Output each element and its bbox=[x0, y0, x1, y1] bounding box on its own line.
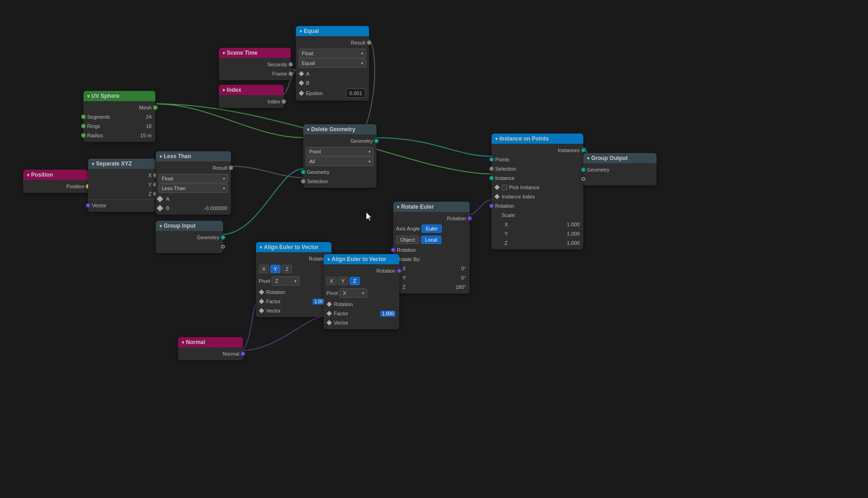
align-euler-1-x-btn[interactable]: X bbox=[259, 265, 269, 273]
align-euler-1-y-btn[interactable]: Y bbox=[270, 265, 281, 273]
less-than-1-b-socket[interactable] bbox=[157, 205, 163, 211]
normal-output-socket[interactable] bbox=[241, 351, 245, 356]
separate-xyz-vector-row: Vector bbox=[88, 201, 155, 210]
less-than-1-header: ▾ Less Than bbox=[156, 151, 231, 161]
rotate-euler-body: Rotation Axis Angle Euler Object Local R… bbox=[393, 212, 470, 294]
delete-geometry-dropdown-2[interactable]: All ▾ bbox=[306, 157, 374, 166]
iop-pick-checkbox[interactable] bbox=[502, 185, 507, 190]
align-euler-1-vector-socket[interactable] bbox=[259, 308, 264, 313]
index-output-socket[interactable] bbox=[281, 99, 286, 104]
scene-time-frame-socket[interactable] bbox=[288, 71, 293, 76]
iop-pick-socket[interactable] bbox=[494, 185, 499, 190]
separate-xyz-vector-socket[interactable] bbox=[86, 203, 90, 208]
delete-geometry-dropdown-1[interactable]: Point ▾ bbox=[306, 147, 374, 156]
equal-result-socket[interactable] bbox=[367, 40, 371, 45]
normal-title: Normal bbox=[186, 339, 205, 345]
rotate-euler-object-btn[interactable]: Object bbox=[396, 236, 419, 244]
rotate-euler-local-btn[interactable]: Local bbox=[421, 236, 441, 244]
iop-scale-label: Scale: bbox=[495, 212, 516, 218]
align-euler-1-rotation-socket[interactable] bbox=[259, 289, 264, 294]
equal-dropdown-1[interactable]: Float ▾ bbox=[299, 49, 366, 58]
equal-b-socket[interactable] bbox=[299, 80, 304, 85]
align-euler-2-y-btn[interactable]: Y bbox=[338, 277, 348, 285]
uv-sphere-mesh-socket[interactable] bbox=[153, 105, 158, 110]
position-output-label: Position bbox=[66, 184, 84, 189]
scene-time-seconds-socket[interactable] bbox=[288, 62, 293, 67]
align-euler-1-factor-socket[interactable] bbox=[259, 299, 264, 304]
align-euler-1-body: Rotation X Y Z Pivot Z ▾ Rotation Factor… bbox=[256, 252, 332, 317]
align-euler-2-z-btn[interactable]: Z bbox=[350, 277, 360, 285]
equal-epsilon-socket[interactable] bbox=[299, 90, 304, 96]
delete-geometry-geom-socket[interactable] bbox=[301, 170, 306, 174]
rotate-euler-rotation-socket[interactable] bbox=[391, 248, 396, 252]
rotate-euler-euler-btn[interactable]: Euler bbox=[421, 224, 442, 233]
less-than-1-result-socket[interactable] bbox=[229, 166, 233, 170]
group-output-small-socket[interactable] bbox=[581, 177, 585, 181]
group-input-header: ▾ Group Input bbox=[156, 221, 223, 231]
equal-header: ▾ Equal bbox=[296, 26, 369, 36]
align-euler-1-z-btn[interactable]: Z bbox=[282, 265, 292, 273]
group-input-small-socket[interactable] bbox=[221, 245, 225, 249]
align-euler-2-vector-label: Vector bbox=[334, 320, 348, 326]
iop-selection-socket[interactable] bbox=[489, 166, 494, 171]
rotate-euler-output-row: Rotation bbox=[393, 214, 470, 223]
delete-geometry-output-socket[interactable] bbox=[374, 139, 379, 143]
less-than-1-dropdown-2[interactable]: Less Than ▾ bbox=[159, 184, 228, 193]
uv-sphere-radius-label: Radius bbox=[87, 133, 103, 138]
group-input-geom-socket[interactable] bbox=[221, 235, 225, 240]
equal-dropdown-2[interactable]: Equal ▾ bbox=[299, 58, 366, 68]
iop-pick-label: Pick Instance bbox=[509, 185, 539, 190]
uv-sphere-radius-socket[interactable] bbox=[81, 133, 86, 138]
align-euler-2-vector-socket[interactable] bbox=[326, 320, 332, 325]
scene-time-title: Scene Time bbox=[227, 50, 257, 56]
separate-xyz-vector-label: Vector bbox=[92, 203, 106, 208]
delete-geometry-dropdown-1-label: Point bbox=[309, 149, 321, 154]
align-euler-2-x-btn[interactable]: X bbox=[326, 277, 337, 285]
position-body: Position bbox=[23, 180, 88, 193]
iop-instance-socket[interactable] bbox=[489, 176, 494, 180]
delete-geometry-sel-socket[interactable] bbox=[301, 179, 306, 184]
less-than-1-b-label: B bbox=[166, 205, 169, 211]
delete-geometry-dropdown-2-arrow: ▾ bbox=[369, 160, 370, 164]
align-euler-2-rotation-socket[interactable] bbox=[326, 301, 332, 306]
uv-sphere-segments-value: 24 bbox=[146, 114, 152, 120]
align-euler-2-title: Align Euler to Vector bbox=[332, 256, 386, 262]
uv-sphere-segments-socket[interactable] bbox=[81, 115, 86, 119]
iop-y-row: Y 1.000 bbox=[491, 229, 583, 238]
align-euler-2-factor-value[interactable]: 1.000 bbox=[380, 311, 396, 317]
equal-body: Result Float ▾ Equal ▾ A B Epsilon 0.001 bbox=[296, 36, 369, 101]
separate-xyz-z-label: Z bbox=[148, 191, 152, 197]
align-euler-2-factor-socket[interactable] bbox=[326, 311, 332, 316]
align-euler-1-pivot-dropdown[interactable]: Z ▾ bbox=[272, 276, 300, 286]
separate-xyz-body: X Y Z Vector bbox=[88, 169, 155, 212]
uv-sphere-rings-socket[interactable] bbox=[81, 124, 86, 128]
align-euler-2-pivot-dropdown[interactable]: X ▾ bbox=[339, 288, 367, 298]
align-euler-1-vector-row: Vector bbox=[256, 306, 332, 315]
iop-points-socket[interactable] bbox=[489, 157, 494, 162]
less-than-1-a-row: A bbox=[156, 194, 231, 204]
scene-time-arrow: ▾ bbox=[223, 51, 225, 56]
group-output-geom-socket[interactable] bbox=[581, 167, 586, 172]
iop-instances-row: Instances bbox=[491, 146, 583, 155]
group-output-header: ▾ Group Output bbox=[583, 153, 657, 163]
equal-a-socket[interactable] bbox=[299, 71, 304, 76]
iop-points-label: Points bbox=[495, 157, 510, 162]
iop-y-value: 1.000 bbox=[567, 231, 580, 236]
align-euler-2-output-socket[interactable] bbox=[397, 268, 402, 273]
equal-title: Equal bbox=[304, 28, 319, 34]
normal-output-label: Normal bbox=[223, 351, 239, 357]
iop-index-socket[interactable] bbox=[494, 194, 499, 199]
iop-rotation-socket[interactable] bbox=[489, 204, 494, 208]
rotate-euler-output-socket[interactable] bbox=[467, 216, 472, 221]
position-title: Position bbox=[31, 172, 53, 178]
equal-dropdown-2-label: Equal bbox=[302, 60, 315, 66]
less-than-1-dropdown-1[interactable]: Float ▾ bbox=[159, 174, 228, 183]
equal-dropdown-1-label: Float bbox=[302, 51, 313, 56]
align-euler-1-header: ▾ Align Euler to Vector bbox=[256, 242, 332, 252]
scene-time-seconds-row: Seconds bbox=[219, 60, 291, 69]
iop-instances-socket[interactable] bbox=[581, 148, 586, 153]
align-euler-2-rotation-row: Rotation bbox=[324, 300, 399, 309]
equal-epsilon-value[interactable]: 0.001 bbox=[346, 89, 365, 98]
iop-scale-row: Scale: bbox=[491, 211, 583, 220]
less-than-1-a-socket[interactable] bbox=[157, 196, 163, 202]
